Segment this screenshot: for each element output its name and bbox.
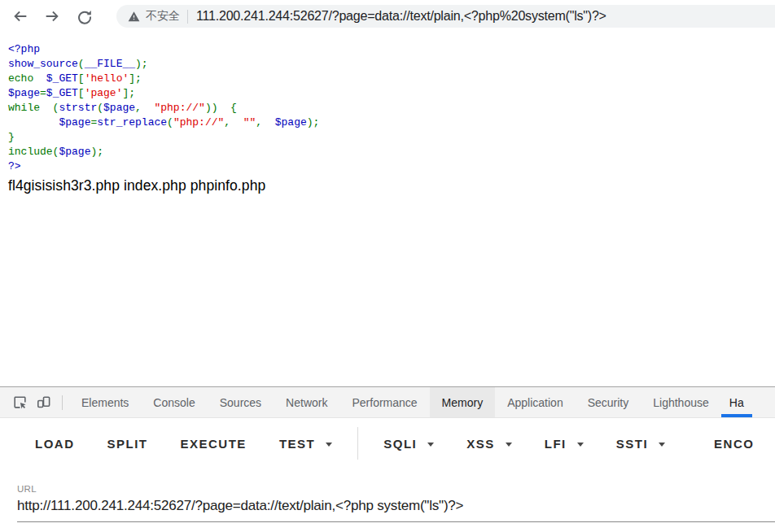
hackbar-button-execute[interactable]: EXECUTE xyxy=(181,437,247,451)
inspect-cursor-icon xyxy=(12,395,28,410)
reload-icon xyxy=(76,8,93,25)
device-toolbar-button[interactable] xyxy=(32,390,55,414)
code-line: echo $_GET['hello']; xyxy=(8,72,767,86)
chevron-down-icon xyxy=(506,443,512,447)
devtools-tab-memory[interactable]: Memory xyxy=(430,387,496,417)
page-content: <?phpshow_source(__FILE__);echo $_GET['h… xyxy=(0,33,775,386)
hackbar-button-label: SPLIT xyxy=(107,437,148,451)
hackbar-button-xss[interactable]: XSS xyxy=(466,437,512,451)
code-line: $page=$_GET['page']; xyxy=(8,86,767,101)
back-button[interactable] xyxy=(9,5,32,28)
devtools-tab-application[interactable]: Application xyxy=(495,387,576,417)
devtools-tab-performance[interactable]: Performance xyxy=(339,387,429,417)
devtools-tab-elements[interactable]: Elements xyxy=(69,387,141,417)
address-bar[interactable]: 不安全 111.200.241.244:52627/?page=data://t… xyxy=(116,5,775,28)
devtools-tabbar: ElementsConsoleSourcesNetworkPerformance… xyxy=(0,387,775,418)
hackbar-button-lfi[interactable]: LFI xyxy=(545,437,584,451)
devtools-tab-network[interactable]: Network xyxy=(274,387,339,417)
hackbar-button-label: LFI xyxy=(545,437,567,451)
devtools-panel: ElementsConsoleSourcesNetworkPerformance… xyxy=(0,386,775,522)
hackbar-button-split[interactable]: SPLIT xyxy=(107,437,148,451)
tabbar-divider xyxy=(62,395,63,410)
arrow-left-icon xyxy=(11,7,29,25)
devtools-tab-security[interactable]: Security xyxy=(576,387,641,417)
hackbar-button-label: EXECUTE xyxy=(181,437,247,451)
forward-button[interactable] xyxy=(41,5,63,28)
chevron-down-icon xyxy=(659,443,665,447)
url-field-underline xyxy=(17,521,775,522)
code-line: } xyxy=(8,130,767,145)
code-line: <?php xyxy=(8,42,767,57)
hackbar-button-load[interactable]: LOAD xyxy=(35,437,75,451)
hackbar-button-test[interactable]: TEST xyxy=(279,437,332,451)
hackbar-button-label: LOAD xyxy=(35,437,75,451)
devtools-tab-lighthouse[interactable]: Lighthouse xyxy=(641,387,721,417)
security-status-label[interactable]: 不安全 xyxy=(146,9,180,24)
command-output: fl4gisisish3r3.php index.php phpinfo.php xyxy=(8,177,767,194)
devtools-tabs: ElementsConsoleSourcesNetworkPerformance… xyxy=(69,387,775,417)
reload-button[interactable] xyxy=(72,5,95,28)
devtools-tab-console[interactable]: Console xyxy=(141,387,207,417)
hackbar-separator xyxy=(357,427,358,460)
url-field-label: URL xyxy=(17,484,775,494)
address-url-text: 111.200.241.244:52627/?page=data://text/… xyxy=(196,9,606,24)
hackbar-button-sqli[interactable]: SQLI xyxy=(383,437,434,451)
hackbar-button-label: XSS xyxy=(466,437,495,451)
hackbar-url-section: URL http://111.200.241.244:52627/?page=d… xyxy=(0,469,775,522)
hackbar-button-label: ENCO xyxy=(714,437,754,451)
hackbar-button-ssti[interactable]: SSTI xyxy=(616,437,665,451)
device-toolbar-icon xyxy=(36,395,51,410)
devtools-tab-sources[interactable]: Sources xyxy=(208,387,274,417)
hackbar-button-enco[interactable]: ENCO xyxy=(714,437,754,451)
url-field[interactable]: http://111.200.241.244:52627/?page=data:… xyxy=(17,498,775,514)
warning-icon xyxy=(128,11,140,23)
inspect-element-button[interactable] xyxy=(8,390,32,414)
chevron-down-icon xyxy=(427,443,434,447)
hackbar-button-label: SQLI xyxy=(383,437,417,451)
code-line: include($page); xyxy=(8,145,767,159)
code-line: while (strstr($page, "php://")) { xyxy=(8,101,767,116)
php-source-code: <?phpshow_source(__FILE__);echo $_GET['h… xyxy=(8,42,767,174)
arrow-right-icon xyxy=(43,7,61,25)
code-line: ?> xyxy=(8,159,767,174)
chevron-down-icon xyxy=(577,443,584,447)
browser-toolbar: 不安全 111.200.241.244:52627/?page=data://t… xyxy=(0,0,775,33)
hackbar-toolbar: LOADSPLITEXECUTETESTSQLIXSSLFISSTIENCO xyxy=(0,418,775,469)
devtools-tab-ha[interactable]: Ha xyxy=(721,387,752,417)
code-line: $page=str_replace("php://", "", $page); xyxy=(8,116,767,130)
hackbar-button-label: SSTI xyxy=(616,437,648,451)
omnibox-divider xyxy=(187,10,188,24)
hackbar-button-label: TEST xyxy=(279,437,315,451)
code-line: show_source(__FILE__); xyxy=(8,57,767,72)
chevron-down-icon xyxy=(326,443,332,447)
